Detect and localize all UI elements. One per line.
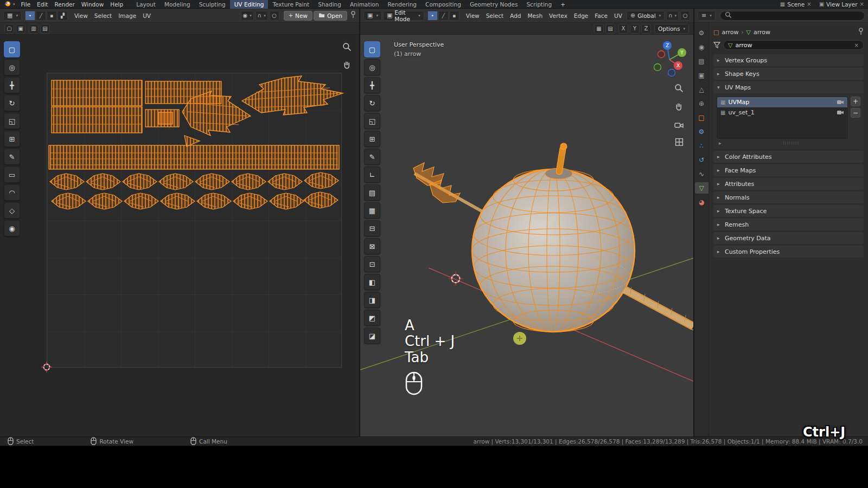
vertex-select-button[interactable]: • <box>427 11 438 21</box>
workspace-tab[interactable]: Layout <box>132 0 160 9</box>
mirror-axis-toggle[interactable]: Y <box>630 24 640 34</box>
topbar-menu[interactable]: File <box>18 0 34 9</box>
uv-face-select-button[interactable]: ▪ <box>47 11 57 21</box>
uv-move-tool[interactable]: ╋ <box>4 77 20 93</box>
workspace-tab[interactable]: Texture Paint <box>268 0 314 9</box>
topbar-menu[interactable]: Window <box>78 0 107 9</box>
uv-island-select-button[interactable]: ▞ <box>58 11 68 21</box>
viewport-menu[interactable]: View <box>463 11 483 20</box>
uv-annotate-tool[interactable]: ✎ <box>4 149 20 165</box>
measure-tool[interactable]: ∟ <box>364 166 380 183</box>
workspace-tab[interactable]: Rendering <box>383 0 421 9</box>
tab-scene[interactable]: △ <box>695 84 709 95</box>
tab-output[interactable]: ▤ <box>695 55 709 67</box>
uv-overlay-toggle-b[interactable]: ▣ <box>16 24 25 34</box>
snap-button[interactable]: ∩ ▾ <box>666 11 679 21</box>
bevel-tool[interactable]: ⊠ <box>364 238 380 254</box>
uv-pin-tool[interactable]: ◉ <box>4 220 20 236</box>
scene-selector[interactable]: ▦ Scene × <box>776 1 815 8</box>
uv-display-toggle-a[interactable]: ▥ <box>29 24 39 34</box>
tweak-tool[interactable]: ▢ <box>364 41 380 57</box>
extrude-region-tool[interactable]: ▦ <box>364 202 380 219</box>
navigation-gizmo[interactable]: Z Y X <box>651 40 688 79</box>
properties-panel[interactable]: ▸ Shape Keys <box>713 68 864 80</box>
add-uv-map-button[interactable]: + <box>851 97 860 106</box>
edge-select-button[interactable]: ╱ <box>438 11 449 21</box>
zoom-icon[interactable] <box>342 42 352 54</box>
tab-object-data[interactable]: ▽ <box>695 182 709 194</box>
data-name-field[interactable]: ▽ arrow × <box>723 40 864 50</box>
viewport-canvas[interactable]: User Perspective (1) arrow ▢◎╋↻◱⊞✎∟▤▦⊟⊠⊡… <box>360 35 693 436</box>
uv-editor-menu[interactable]: Image <box>115 11 139 20</box>
viewport-menu[interactable]: Edge <box>571 11 591 20</box>
rotate-tool[interactable]: ↻ <box>364 95 380 111</box>
zoom-icon[interactable] <box>674 84 684 95</box>
pan-hand-icon[interactable] <box>674 102 684 113</box>
uv-transform-tool[interactable]: ⊞ <box>4 131 20 147</box>
workspace-tab[interactable]: Compositing <box>421 0 465 9</box>
pin-icon[interactable] <box>350 10 356 21</box>
list-resize-grip[interactable]: ∷∷∷∷ <box>725 140 858 146</box>
properties-panel[interactable]: ▸ Remesh <box>713 219 864 230</box>
snap-grid-toggle[interactable]: ▦ <box>594 24 604 34</box>
uv-scale-tool[interactable]: ◱ <box>4 113 20 129</box>
uv-editor-menu[interactable]: View <box>71 11 91 20</box>
properties-panel[interactable]: ▸ Color Attributes <box>713 151 864 163</box>
properties-panel[interactable]: ▸ Custom Properties <box>713 246 864 258</box>
tab-material[interactable]: ◕ <box>695 196 709 208</box>
filter-funnel-icon[interactable] <box>713 40 720 50</box>
new-image-button[interactable]: + New <box>284 11 312 21</box>
tab-tool[interactable]: ⚙ <box>695 27 709 38</box>
unlink-scene-icon[interactable]: × <box>807 1 811 7</box>
viewport-editor-type-button[interactable]: ▣ ▾ <box>363 11 382 21</box>
uv-maps-specials-icon[interactable]: ▸ <box>719 140 722 146</box>
tab-constraints[interactable]: ∿ <box>695 168 709 179</box>
snap-increment-toggle[interactable]: ▤ <box>605 24 615 34</box>
properties-search-input[interactable] <box>720 11 865 21</box>
properties-panel[interactable]: ▸ Face Maps <box>713 164 864 176</box>
tab-world[interactable]: ⊕ <box>695 98 709 109</box>
workspace-tab[interactable]: Sculpting <box>195 0 230 9</box>
workspace-tab[interactable]: Animation <box>346 0 384 9</box>
uv-editor-menu[interactable]: UV <box>139 11 154 20</box>
cursor-tool[interactable]: ◎ <box>364 59 380 75</box>
uv-editor-menu[interactable]: Select <box>91 11 115 20</box>
move-tool[interactable]: ╋ <box>364 77 380 93</box>
uv-sculpt-tool[interactable]: ◠ <box>4 184 20 201</box>
workspace-tab[interactable]: Geometry Nodes <box>465 0 522 9</box>
uv-snap-button[interactable]: ∩ ▾ <box>256 11 268 21</box>
uv-relax-tool[interactable]: ◇ <box>4 202 20 219</box>
tab-render[interactable]: ◉ <box>695 41 709 53</box>
tab-modifiers[interactable]: ⚙ <box>695 126 709 137</box>
view-layer-selector[interactable]: ▣ View Layer × <box>815 1 868 8</box>
breadcrumb-object-name[interactable]: arrow <box>722 29 738 36</box>
remove-view-layer-icon[interactable]: × <box>860 1 864 7</box>
properties-panel[interactable]: ▸ Geometry Data <box>713 232 864 244</box>
annotate-tool[interactable]: ✎ <box>364 149 380 165</box>
uv-display-toggle-b[interactable]: ▤ <box>40 24 50 34</box>
mirror-axis-toggle[interactable]: X <box>618 24 628 34</box>
smooth-tool[interactable]: ◪ <box>364 328 380 344</box>
loop-cut-tool[interactable]: ⊡ <box>364 256 380 272</box>
pin-id-icon[interactable] <box>858 28 864 37</box>
uv-edge-select-button[interactable]: ╱ <box>36 11 46 21</box>
toggle-perspective-grid-icon[interactable] <box>675 138 684 149</box>
viewport-menu[interactable]: Add <box>507 11 524 20</box>
proportional-edit-button[interactable]: ○ <box>680 11 690 21</box>
workspace-tab[interactable]: UV Editing <box>230 0 269 9</box>
poly-build-tool[interactable]: ◨ <box>364 292 380 308</box>
uv-map-row[interactable]: ▦ UVMap <box>717 97 847 107</box>
active-render-camera-icon[interactable] <box>837 110 844 115</box>
uv-pivot-button[interactable]: ◉ ▾ <box>241 11 254 21</box>
properties-panel[interactable]: ▸ Vertex Groups <box>713 54 864 66</box>
workspace-tab[interactable]: Modeling <box>160 0 195 9</box>
uv-maps-list[interactable]: ▦ UVMap ▦ uv_set_1 <box>717 97 848 139</box>
uv-proportional-edit-button[interactable]: ○ <box>270 11 279 21</box>
uv-editor-type-button[interactable]: ▦ ▾ <box>3 11 22 21</box>
topbar-menu[interactable]: Edit <box>34 0 51 9</box>
spin-tool[interactable]: ◩ <box>364 310 380 326</box>
tab-physics[interactable]: ↺ <box>695 154 709 165</box>
face-select-button[interactable]: ▪ <box>449 11 459 21</box>
active-render-camera-icon[interactable] <box>837 99 844 105</box>
remove-uv-map-button[interactable]: − <box>851 108 860 118</box>
